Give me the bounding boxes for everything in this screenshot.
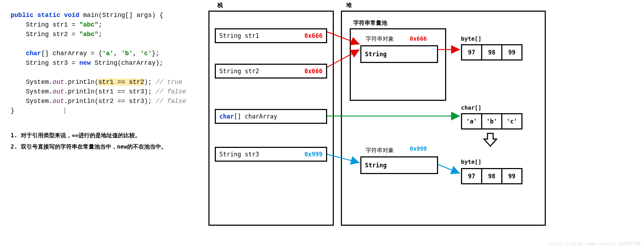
- kw: static: [37, 12, 60, 19]
- pool-string-obj: String: [360, 45, 438, 63]
- heap-addr: 0x999: [410, 145, 427, 152]
- heap-string-obj: String: [360, 156, 438, 174]
- code-block: public static void main(String[] args) {…: [11, 11, 201, 116]
- memory-diagram: 栈 堆 String str1 0x666 String str2 0x666 …: [208, 0, 643, 248]
- text-cursor-icon: [65, 108, 65, 114]
- stack-charArray: char[] charArray: [215, 109, 327, 124]
- byte-array-2: 97 98 99: [461, 168, 522, 184]
- pool-box: [350, 28, 446, 101]
- watermark: https://blog.csdn.net/qq_38592706: [549, 241, 640, 246]
- stack-str3: String str3 0x999: [215, 147, 327, 162]
- notes: 1. 对于引用类型来说，==进行的是地址值的比较。 2. 双引号直接写的字符串在…: [11, 130, 201, 152]
- stack-label: 栈: [217, 2, 223, 9]
- note-2: 2. 双引号直接写的字符串在常量池当中，new的不在池当中。: [11, 141, 201, 152]
- pool-label: 字符串常量池: [353, 19, 387, 27]
- byte-label-1: byte[]: [461, 35, 481, 42]
- down-arrow-icon: [483, 133, 497, 147]
- note-1: 1. 对于引用类型来说，==进行的是地址值的比较。: [11, 130, 201, 141]
- char-label: char[]: [461, 104, 481, 111]
- pool-addr: 0x666: [410, 35, 427, 42]
- char-array: 'a' 'b' 'c': [461, 113, 522, 129]
- obj-label-2: 字符串对象: [366, 147, 394, 154]
- obj-label-1: 字符串对象: [366, 35, 394, 43]
- stack-str2: String str2 0x666: [215, 64, 327, 79]
- code-panel: public static void main(String[] args) {…: [11, 11, 201, 152]
- kw: public: [11, 12, 34, 19]
- byte-array-1: 97 98 99: [461, 44, 522, 60]
- stack-str1: String str1 0x666: [215, 28, 327, 43]
- kw: void: [64, 12, 79, 19]
- heap-label: 堆: [346, 2, 352, 9]
- byte-label-2: byte[]: [461, 158, 481, 165]
